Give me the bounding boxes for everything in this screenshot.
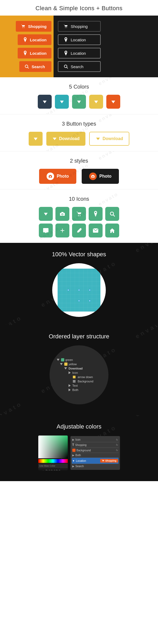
camera-icon-btn[interactable] — [55, 207, 69, 221]
pencil-icon-btn[interactable] — [72, 224, 86, 237]
svg-line-7 — [67, 67, 68, 68]
triangle-down-icon-2 — [60, 363, 63, 365]
colors-row — [5, 95, 153, 109]
svg-point-0 — [22, 27, 23, 28]
preview-left: Shopping Location Location Search — [0, 16, 54, 77]
svg-point-20 — [92, 176, 94, 177]
svg-rect-40 — [68, 290, 69, 291]
location-button-left-2[interactable]: Location — [18, 48, 52, 58]
layer-adj-location[interactable]: ▼ Location Shopping — [72, 458, 119, 464]
arrowdown-swatch — [73, 376, 76, 378]
svg-marker-8 — [43, 101, 47, 103]
mini-shopping-btn: Shopping — [100, 459, 118, 463]
plus-icon-btn[interactable] — [55, 224, 69, 237]
color-picker: Use Bias Color R: 0 G: 0 B: 0 — [38, 436, 68, 470]
location-button-left-1[interactable]: Location — [18, 34, 52, 45]
icons-row-1 — [39, 207, 119, 221]
location-button-right-1[interactable]: Location — [58, 34, 101, 45]
search-button-right[interactable]: Search — [58, 61, 101, 72]
svg-point-1 — [24, 27, 24, 28]
location-button-right-2[interactable]: Location — [58, 48, 101, 58]
icons-title: 10 Icons — [5, 196, 153, 202]
svg-rect-37 — [78, 300, 80, 301]
mail-icon-btn[interactable] — [89, 224, 103, 237]
adjustable-content: Use Bias Color R: 0 G: 0 B: 0 ▶ Icon fx … — [5, 436, 153, 470]
styles-title: 2 styles — [5, 158, 153, 164]
layer-circle: green yellow Download Icon arrow down — [50, 345, 108, 404]
svg-point-4 — [65, 27, 66, 28]
color-btn-darkblue[interactable] — [38, 95, 52, 109]
color-btn-yellow[interactable] — [89, 95, 103, 109]
download-outline-button[interactable]: Download — [89, 132, 129, 146]
shopping-button-left[interactable]: Shopping — [16, 21, 51, 32]
svg-point-41 — [103, 461, 103, 462]
search-button-left[interactable]: Search — [19, 61, 51, 72]
cart-icon — [21, 24, 26, 29]
layer-row-background: Background — [56, 379, 102, 383]
vector-inner — [58, 269, 100, 312]
layer-adj-text: T Shopping fx — [72, 442, 119, 448]
button-types-row: Download Download — [5, 132, 153, 146]
icon-only-button[interactable] — [29, 132, 43, 146]
styles-row: Photo Photo — [5, 169, 153, 184]
svg-rect-36 — [78, 290, 80, 291]
icons-row-2 — [39, 224, 119, 237]
location-icon-right-2 — [63, 50, 69, 56]
icons-grid — [5, 207, 153, 237]
layer-row-arrowdown: arrow down — [56, 375, 102, 379]
color-btn-teal[interactable] — [55, 95, 69, 109]
svg-marker-15 — [96, 138, 100, 140]
arrow-down-icon-btn[interactable] — [39, 207, 53, 221]
vector-circle — [52, 263, 106, 317]
layer-adj-icon: ▶ Icon fx — [72, 437, 119, 442]
green-swatch — [61, 358, 64, 361]
button-types-section: envato envato envato 3 Button types Down… — [0, 114, 158, 151]
svg-point-2 — [25, 65, 28, 68]
svg-point-25 — [62, 214, 63, 215]
hue-slider[interactable] — [38, 459, 68, 463]
svg-rect-21 — [92, 175, 94, 175]
layer-section: envato envato envato envato Ordered laye… — [0, 325, 158, 415]
photo-filled-button[interactable]: Photo — [39, 169, 76, 184]
triangle-down-icon-3 — [64, 367, 67, 369]
bg-swatch — [73, 380, 76, 383]
colors-title: 5 Colors — [5, 84, 153, 90]
cart-icon-btn[interactable] — [72, 207, 86, 221]
photo-label-2: Photo — [99, 174, 111, 179]
layer-row-text: Text — [56, 383, 102, 388]
color-btn-orange[interactable] — [106, 95, 120, 109]
location-icon-2 — [22, 50, 28, 56]
svg-point-27 — [78, 215, 79, 216]
icons-section: envato envato envato 10 Icons — [0, 189, 158, 243]
color-btn-green[interactable] — [72, 95, 86, 109]
location-icon-btn[interactable] — [89, 207, 103, 221]
search-icon-btn[interactable] — [105, 207, 119, 221]
photo-dark-button[interactable]: Photo — [82, 169, 119, 184]
location-icon — [22, 37, 28, 42]
vector-section: envato envato envato envato 100% Vector … — [0, 243, 158, 325]
cart-icon-right — [63, 24, 69, 29]
camera-icon-filled — [47, 173, 54, 180]
svg-point-5 — [66, 27, 67, 28]
layer-row-download: Download — [56, 366, 102, 371]
svg-line-30 — [113, 215, 115, 216]
colors-section: envato envato envato 5 Colors — [0, 77, 158, 114]
download-filled-button[interactable]: Download — [46, 132, 85, 146]
vector-title: 100% Vector shapes — [5, 251, 153, 258]
camera-icon-dark — [89, 173, 97, 180]
svg-point-42 — [103, 461, 104, 462]
svg-point-17 — [50, 176, 51, 177]
triangle-icon-6 — [69, 389, 71, 391]
chat-icon-btn[interactable] — [39, 224, 53, 237]
bg-color-swatch — [72, 449, 76, 452]
shopping-button-right[interactable]: Shopping — [58, 21, 101, 32]
button-types-title: 3 Button types — [5, 121, 153, 127]
search-icon-right — [63, 64, 69, 69]
home-icon-btn[interactable] — [105, 224, 119, 237]
svg-line-3 — [28, 67, 29, 68]
layer-title: Ordered layer structure — [5, 333, 153, 340]
preview-strip: Shopping Location Location Search — [0, 16, 158, 77]
layer-adj-both: ▶ Both — [72, 453, 119, 458]
triangle-down-icon — [57, 359, 59, 361]
download-label-2: Download — [103, 136, 123, 141]
